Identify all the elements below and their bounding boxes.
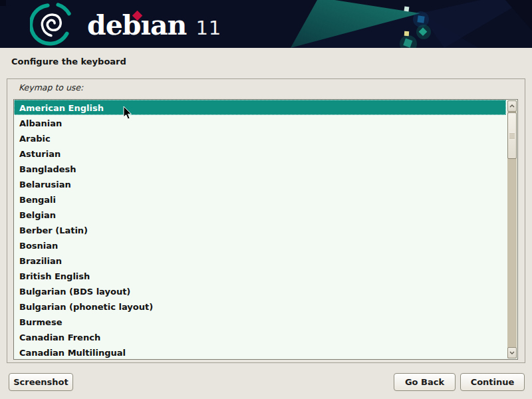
list-item[interactable]: Belgian	[14, 207, 506, 222]
page-title: Configure the keyboard	[11, 57, 126, 66]
brand-version: 11	[196, 17, 221, 39]
list-item[interactable]: Berber (Latin)	[14, 222, 506, 237]
scroll-down-button[interactable]	[507, 347, 517, 358]
keymap-label: Keymap to use:	[19, 82, 83, 92]
list-item[interactable]: Bulgarian (phonetic layout)	[14, 299, 506, 314]
list-item[interactable]: Bangladesh	[14, 161, 506, 176]
continue-button[interactable]: Continue	[460, 373, 525, 391]
brand-name: debıan	[87, 11, 186, 40]
scrollbar-thumb[interactable]	[507, 112, 517, 159]
thumb-grip	[509, 134, 515, 134]
list-item[interactable]: American English	[14, 100, 506, 115]
list-item[interactable]: Asturian	[14, 146, 506, 161]
list-item[interactable]: Albanian	[14, 115, 506, 130]
thumb-grip	[509, 138, 515, 138]
list-item[interactable]: Belarusian	[14, 176, 506, 192]
list-item[interactable]: British English	[14, 268, 506, 283]
header-decoration	[0, 0, 532, 48]
list-item[interactable]: Burmese	[14, 314, 506, 329]
list-item[interactable]: Bengali	[14, 192, 506, 207]
list-item[interactable]: Brazilian	[14, 253, 506, 268]
chevron-up-icon	[509, 104, 515, 108]
mouse-cursor-icon	[123, 106, 132, 120]
list-item[interactable]: Bosnian	[14, 237, 506, 253]
thumb-grip	[509, 136, 515, 136]
debian-swirl-icon	[30, 3, 74, 47]
keymap-listbox: American EnglishAlbanianArabicAsturianBa…	[13, 99, 518, 360]
list-item[interactable]: Arabic	[14, 130, 506, 146]
header-banner: debıan 11	[0, 0, 532, 48]
list-item[interactable]: Canadian Multilingual	[14, 344, 506, 360]
scrollbar[interactable]	[507, 100, 517, 358]
list-item[interactable]: Canadian French	[14, 329, 506, 344]
list-item[interactable]: Bulgarian (BDS layout)	[14, 283, 506, 299]
content-frame: Keymap to use: American EnglishAlbanianA…	[7, 78, 525, 363]
chevron-down-icon	[509, 351, 515, 354]
go-back-button[interactable]: Go Back	[394, 373, 456, 391]
screenshot-button[interactable]: Screenshot	[9, 373, 73, 391]
installer-window: debıan 11 Configure the keyboard Keymap …	[0, 0, 532, 399]
scroll-up-button[interactable]	[507, 100, 517, 112]
keymap-list: American EnglishAlbanianArabicAsturianBa…	[14, 100, 506, 359]
brand-wordmark: debıan 11	[87, 11, 221, 41]
